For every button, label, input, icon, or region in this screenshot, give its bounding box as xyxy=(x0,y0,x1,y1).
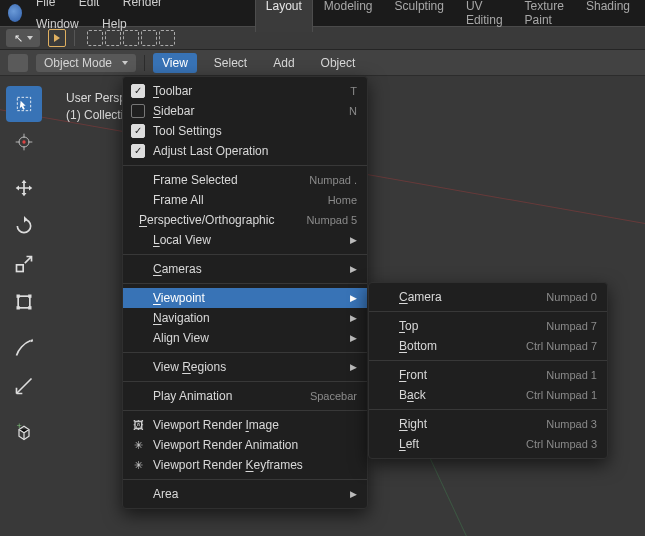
select-mode-icon[interactable] xyxy=(123,30,139,46)
svg-rect-9 xyxy=(17,295,20,298)
header-menu-object[interactable]: Object xyxy=(312,53,365,73)
viewport-header: Object Mode View Select Add Object xyxy=(0,50,645,76)
tool-select-box[interactable] xyxy=(6,86,42,122)
tool-transform[interactable] xyxy=(6,284,42,320)
submenu-item-right[interactable]: RightNumpad 3 xyxy=(369,414,607,434)
top-menu-bar: File Edit Render Window Help Layout Mode… xyxy=(0,0,645,26)
editor-type-dropdown[interactable] xyxy=(8,54,28,72)
menu-item-frame-selected[interactable]: Frame SelectedNumpad . xyxy=(123,170,367,190)
menu-item-perspective-ortho[interactable]: Perspective/OrthographicNumpad 5 xyxy=(123,210,367,230)
tab-layout[interactable]: Layout xyxy=(255,0,313,32)
workspace-tabs: Layout Modeling Sculpting UV Editing Tex… xyxy=(255,0,641,32)
menu-render[interactable]: Render xyxy=(113,0,172,13)
tool-move[interactable] xyxy=(6,170,42,206)
selection-mode-icons[interactable] xyxy=(87,30,175,46)
tab-texture-paint[interactable]: Texture Paint xyxy=(514,0,575,32)
cursor-icon xyxy=(14,132,34,152)
tab-sculpting[interactable]: Sculpting xyxy=(384,0,455,32)
svg-rect-8 xyxy=(18,296,30,308)
tool-rotate[interactable] xyxy=(6,208,42,244)
menu-item-adjust-last-op[interactable]: ✓Adjust Last Operation xyxy=(123,141,367,161)
mode-dropdown[interactable]: Object Mode xyxy=(36,54,136,72)
tool-scale[interactable] xyxy=(6,246,42,282)
tool-add-cube[interactable]: + xyxy=(6,414,42,450)
menu-item-area[interactable]: Area▶ xyxy=(123,484,367,504)
checkbox-on-icon: ✓ xyxy=(131,84,145,98)
measure-icon xyxy=(14,376,34,396)
mode-label: Object Mode xyxy=(44,56,112,70)
menu-item-frame-all[interactable]: Frame AllHome xyxy=(123,190,367,210)
select-box-icon xyxy=(14,94,34,114)
menu-item-play-animation[interactable]: Play AnimationSpacebar xyxy=(123,386,367,406)
svg-rect-7 xyxy=(17,265,24,272)
checkbox-on-icon: ✓ xyxy=(131,144,145,158)
render-anim-icon: ✳ xyxy=(131,439,145,452)
menu-item-viewport-render-keyframes[interactable]: ✳Viewport Render Keyframes xyxy=(123,455,367,475)
header-menu-select[interactable]: Select xyxy=(205,53,256,73)
menu-item-navigation[interactable]: Navigation▶ xyxy=(123,308,367,328)
menu-item-sidebar[interactable]: SidebarN xyxy=(123,101,367,121)
transform-icon xyxy=(14,292,34,312)
blender-logo-icon xyxy=(8,4,22,22)
viewport-toolbar: + xyxy=(6,86,42,450)
svg-rect-12 xyxy=(28,306,31,309)
select-mode-icon[interactable] xyxy=(141,30,157,46)
annotate-icon xyxy=(14,338,34,358)
tool-measure[interactable] xyxy=(6,368,42,404)
move-icon xyxy=(14,178,34,198)
submenu-item-left[interactable]: LeftCtrl Numpad 3 xyxy=(369,434,607,454)
render-image-icon: 🖼 xyxy=(131,419,145,431)
view-menu: ✓ToolbarT SidebarN ✓Tool Settings ✓Adjus… xyxy=(122,76,368,509)
tab-modeling[interactable]: Modeling xyxy=(313,0,384,32)
submenu-item-front[interactable]: FrontNumpad 1 xyxy=(369,365,607,385)
menu-item-viewport-render-image[interactable]: 🖼Viewport Render Image xyxy=(123,415,367,435)
viewpoint-submenu: CameraNumpad 0 TopNumpad 7 BottomCtrl Nu… xyxy=(368,282,608,459)
menu-item-cameras[interactable]: Cameras▶ xyxy=(123,259,367,279)
header-menu-add[interactable]: Add xyxy=(264,53,303,73)
menu-item-viewpoint[interactable]: Viewpoint▶ xyxy=(123,288,367,308)
submenu-item-camera[interactable]: CameraNumpad 0 xyxy=(369,287,607,307)
svg-text:+: + xyxy=(17,422,22,431)
menu-item-viewport-render-animation[interactable]: ✳Viewport Render Animation xyxy=(123,435,367,455)
checkbox-off-icon xyxy=(131,104,145,118)
svg-rect-10 xyxy=(28,295,31,298)
svg-rect-11 xyxy=(17,306,20,309)
submenu-item-back[interactable]: BackCtrl Numpad 1 xyxy=(369,385,607,405)
menu-edit[interactable]: Edit xyxy=(69,0,110,13)
tool-annotate[interactable] xyxy=(6,330,42,366)
menu-file[interactable]: File xyxy=(26,0,65,13)
menu-item-local-view[interactable]: Local View▶ xyxy=(123,230,367,250)
menu-item-view-regions[interactable]: View Regions▶ xyxy=(123,357,367,377)
scale-icon xyxy=(14,254,34,274)
submenu-item-top[interactable]: TopNumpad 7 xyxy=(369,316,607,336)
tab-uv-editing[interactable]: UV Editing xyxy=(455,0,514,32)
checkbox-on-icon: ✓ xyxy=(131,124,145,138)
menu-item-tool-settings[interactable]: ✓Tool Settings xyxy=(123,121,367,141)
select-box-button[interactable] xyxy=(48,29,66,47)
select-mode-icon[interactable] xyxy=(105,30,121,46)
submenu-item-bottom[interactable]: BottomCtrl Numpad 7 xyxy=(369,336,607,356)
render-kf-icon: ✳ xyxy=(131,459,145,472)
tab-shading[interactable]: Shading xyxy=(575,0,641,32)
tool-cursor[interactable] xyxy=(6,124,42,160)
select-mode-icon[interactable] xyxy=(87,30,103,46)
header-menu-view[interactable]: View xyxy=(153,53,197,73)
orientation-dropdown[interactable]: ↖ xyxy=(6,29,40,47)
menu-item-toolbar[interactable]: ✓ToolbarT xyxy=(123,81,367,101)
menu-item-align-view[interactable]: Align View▶ xyxy=(123,328,367,348)
rotate-icon xyxy=(14,216,34,236)
add-cube-icon: + xyxy=(14,422,34,442)
svg-point-2 xyxy=(22,140,25,143)
select-mode-icon[interactable] xyxy=(159,30,175,46)
